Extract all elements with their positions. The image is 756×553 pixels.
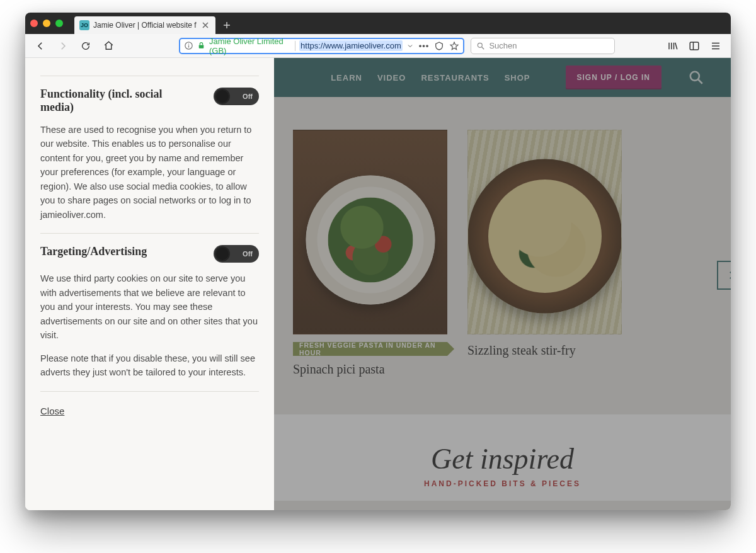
sidebar-button[interactable] (685, 37, 703, 55)
browser-tab[interactable]: JO Jamie Oliver | Official website f (74, 16, 215, 34)
toggle-state-label: Off (243, 250, 253, 258)
toggle-knob (215, 89, 229, 103)
signup-login-button[interactable]: SIGN UP / LOG IN (566, 66, 662, 89)
cookie-section-targeting: Targeting/Advertising Off We use third p… (40, 245, 259, 379)
svg-point-4 (478, 43, 483, 47)
urlbar-container: Jamie Oliver Limited (GB) https://www.ja… (122, 38, 659, 54)
cookie-close-link[interactable]: Close (40, 406, 64, 416)
tab-strip: JO Jamie Oliver | Official website f (25, 13, 731, 34)
window-close-button[interactable] (30, 20, 38, 27)
nav-restaurants[interactable]: RESTAURANTS (421, 73, 489, 83)
url-text[interactable]: https://www.jamieoliver.com (299, 40, 403, 51)
primary-nav: LEARN VIDEO RESTAURANTS SHOP (331, 73, 530, 83)
app-menu-button[interactable] (707, 37, 724, 55)
inspired-section: Get inspired HAND-PICKED BITS & PIECES (274, 414, 731, 501)
lock-icon (197, 42, 205, 50)
functionality-toggle[interactable]: Off (214, 88, 259, 105)
site-info-icon[interactable] (184, 41, 193, 50)
window-controls (30, 20, 63, 27)
dropdown-icon[interactable] (406, 42, 414, 50)
forward-button[interactable] (54, 37, 72, 55)
inspired-title: Get inspired (274, 442, 731, 476)
library-button[interactable] (664, 37, 682, 55)
search-bar[interactable]: Suchen (471, 38, 615, 54)
cookie-section-heading: Functionality (incl. social media) (40, 88, 179, 114)
svg-rect-3 (199, 45, 204, 48)
targeting-toggle[interactable]: Off (214, 245, 259, 263)
cookie-section-text: These are used to recognise you when you… (40, 123, 259, 222)
cookie-section-heading: Targeting/Advertising (40, 245, 147, 258)
search-icon (476, 42, 485, 50)
recipe-image (293, 130, 447, 334)
url-bar[interactable]: Jamie Oliver Limited (GB) https://www.ja… (179, 38, 464, 54)
toggle-state-label: Off (243, 93, 253, 100)
svg-point-1 (188, 43, 190, 45)
urlbar-separator (295, 41, 295, 51)
bookmark-icon[interactable] (449, 41, 459, 51)
cookie-section-functionality: Functionality (incl. social media) Off T… (40, 88, 259, 222)
svg-rect-2 (188, 45, 189, 48)
new-tab-button[interactable] (219, 18, 234, 33)
cookie-section-text: Please note that if you disable these, y… (40, 351, 259, 380)
back-button[interactable] (32, 37, 49, 55)
tab-close-button[interactable] (200, 20, 210, 30)
content-area: LEARN VIDEO RESTAURANTS SHOP SIGN UP / L… (25, 58, 731, 510)
nav-video[interactable]: VIDEO (377, 73, 406, 83)
toolbar-right (664, 37, 724, 55)
home-button[interactable] (100, 37, 117, 55)
urlbar-actions: ••• (406, 41, 460, 51)
recipe-carousel: FRESH VEGGIE PASTA IN UNDER AN HOUR Spin… (287, 97, 731, 389)
carousel-next-button[interactable] (717, 261, 731, 290)
site-search-button[interactable] (677, 58, 716, 97)
tab-favicon: JO (79, 20, 89, 30)
toolbar: Jamie Oliver Limited (GB) https://www.ja… (25, 34, 731, 58)
browser-window: JO Jamie Oliver | Official website f (25, 13, 731, 510)
search-placeholder: Suchen (489, 41, 517, 50)
inspired-subtitle: HAND-PICKED BITS & PIECES (274, 479, 731, 488)
toggle-knob (215, 247, 229, 261)
recipe-image (467, 130, 622, 334)
recipe-card[interactable]: FRESH VEGGIE PASTA IN UNDER AN HOUR Spin… (293, 130, 447, 377)
svg-rect-5 (690, 42, 699, 50)
window-minimize-button[interactable] (43, 20, 50, 27)
recipe-card[interactable]: Sizzling steak stir-fry (467, 130, 622, 377)
cookie-settings-panel: Functionality (incl. social media) Off T… (25, 58, 274, 510)
tab-title: Jamie Oliver | Official website f (93, 21, 197, 30)
tls-org-name: Jamie Oliver Limited (GB) (209, 37, 291, 55)
nav-learn[interactable]: LEARN (331, 73, 362, 83)
reload-button[interactable] (77, 37, 94, 55)
recipe-title: Spinach pici pasta (293, 362, 447, 377)
cookie-section-text: We use third party cookies on our site t… (40, 271, 259, 342)
svg-point-7 (690, 72, 699, 81)
recipe-ribbon: FRESH VEGGIE PASTA IN UNDER AN HOUR (293, 342, 447, 356)
recipe-title: Sizzling steak stir-fry (467, 343, 622, 358)
page-actions-icon[interactable]: ••• (419, 41, 430, 50)
nav-shop[interactable]: SHOP (505, 73, 530, 83)
reader-mode-icon[interactable] (434, 41, 444, 51)
window-zoom-button[interactable] (55, 20, 63, 27)
